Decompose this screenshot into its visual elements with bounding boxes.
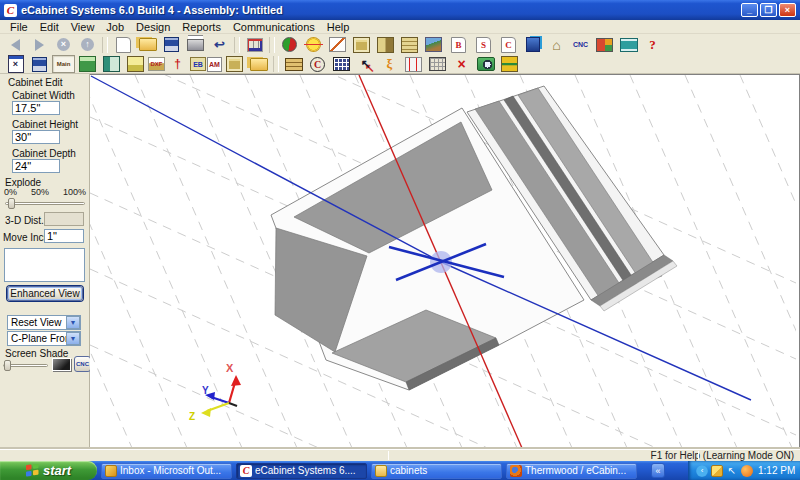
viewport[interactable]: X Y Z	[90, 74, 800, 449]
workbench-button[interactable]	[124, 55, 147, 73]
start-button[interactable]: start	[0, 461, 97, 480]
mail-icon[interactable]	[711, 465, 723, 477]
cabinet-closed-button[interactable]	[350, 36, 373, 54]
cabinet-depth-input[interactable]	[12, 159, 60, 173]
saw-button[interactable]: C	[306, 55, 329, 73]
ecabinet-icon: C	[240, 465, 252, 477]
home-design-button[interactable]: ⌂	[545, 36, 568, 54]
grid-dark-button[interactable]	[426, 55, 449, 73]
coil-button[interactable]: ξ	[378, 55, 401, 73]
menu-help[interactable]: Help	[321, 21, 356, 33]
windows-flag-icon	[26, 464, 39, 477]
stop-button[interactable]	[52, 36, 75, 54]
toolbar-separator	[273, 56, 279, 72]
new-file-button[interactable]	[116, 37, 131, 53]
cnc-output-button[interactable]: CNC	[569, 36, 592, 54]
screen-shade-thumb[interactable]	[4, 360, 11, 371]
cplane-select[interactable]: C-Plane Front ▼	[7, 331, 81, 346]
view-select[interactable]: Reset View ▼	[7, 315, 81, 330]
close-view-button[interactable]	[4, 55, 27, 73]
pointer-icon[interactable]: ↖	[726, 465, 738, 477]
parts-table-button[interactable]	[498, 55, 521, 73]
status-divider	[388, 451, 389, 460]
hidden-icons-chevron[interactable]: «	[651, 463, 665, 478]
print-button[interactable]	[184, 36, 207, 54]
start-label: start	[43, 463, 71, 478]
report-b-button[interactable]: B	[451, 37, 466, 53]
wood-stack-button[interactable]	[282, 55, 305, 73]
taskbar-item-ecabinet[interactable]: C eCabinet Systems 6....	[236, 463, 367, 479]
main-view-button[interactable]: Main	[52, 55, 75, 73]
save-button[interactable]	[160, 36, 183, 54]
graph-button[interactable]	[326, 36, 349, 54]
clamp-tool-button[interactable]: †	[166, 55, 189, 73]
dxf-export-button[interactable]: DXF	[148, 57, 165, 71]
screen-shade-slider[interactable]	[3, 364, 48, 367]
viewport-canvas[interactable]: X Y Z	[90, 75, 796, 448]
minimize-button[interactable]: _	[741, 3, 758, 17]
cabinet-open-button[interactable]	[374, 36, 397, 54]
camera-button[interactable]	[474, 55, 497, 73]
menu-communications[interactable]: Communications	[227, 21, 321, 33]
explode-slider[interactable]	[5, 202, 85, 205]
back-button[interactable]	[4, 36, 27, 54]
open-file-button[interactable]	[136, 36, 159, 54]
taskbar-item-thermwood[interactable]: Thermwood / eCabin...	[506, 463, 637, 479]
scene-button[interactable]	[422, 36, 445, 54]
toolbar-separator	[269, 37, 275, 53]
help-button[interactable]: ?	[641, 36, 664, 54]
cabinet-brown-button[interactable]	[223, 55, 246, 73]
point-move-button[interactable]: ↖	[354, 55, 377, 73]
taskbar-item-cabinets[interactable]: cabinets	[371, 463, 502, 479]
eb-cabinet-button[interactable]: EB	[190, 57, 206, 71]
refresh-button[interactable]	[76, 36, 99, 54]
cabinet-folder-button[interactable]	[247, 55, 270, 73]
menu-view[interactable]: View	[65, 21, 101, 33]
cabinet-teal-button[interactable]	[100, 55, 123, 73]
cabinet-drawers-button[interactable]	[398, 36, 421, 54]
hardware-button[interactable]	[521, 36, 544, 54]
material-sphere-button[interactable]	[278, 36, 301, 54]
save-layout-button[interactable]	[28, 55, 51, 73]
content-area: Cabinet Edit Cabinet Width Cabinet Heigh…	[0, 74, 800, 449]
cabinet-height-input[interactable]	[12, 130, 60, 144]
menu-reports[interactable]: Reports	[176, 21, 227, 33]
chevron-down-icon[interactable]: ▼	[66, 316, 80, 329]
undo-button[interactable]: ↩	[208, 36, 231, 54]
toolbar-row-1: ↩BSC⌂CNC?	[0, 34, 800, 55]
messenger-icon[interactable]: ‹	[696, 465, 708, 477]
cnc-button[interactable]: CNC	[74, 356, 91, 372]
am-report-button[interactable]: AM	[207, 57, 222, 72]
delete-button[interactable]: ×	[450, 55, 473, 73]
enhanced-view-button[interactable]: Enhanced View	[7, 286, 83, 301]
close-button[interactable]: ×	[779, 3, 796, 17]
folder-icon	[375, 465, 387, 477]
browser-icon	[510, 465, 522, 477]
report-c-button[interactable]: C	[501, 37, 516, 53]
cabinet-green-button[interactable]	[76, 55, 99, 73]
display-settings-button[interactable]	[243, 36, 266, 54]
restore-button[interactable]: ❐	[760, 3, 777, 17]
report-s-button[interactable]: S	[476, 37, 491, 53]
menu-edit[interactable]: Edit	[34, 21, 65, 33]
grid-guides-button[interactable]	[402, 55, 425, 73]
forward-button[interactable]	[28, 36, 51, 54]
status-bar: F1 for Help (Learning Mode ON)	[0, 449, 800, 461]
menu-design[interactable]: Design	[130, 21, 176, 33]
update-icon[interactable]	[741, 465, 753, 477]
animation-button[interactable]	[617, 36, 640, 54]
parts-listbox[interactable]	[4, 248, 85, 282]
taskbar-item-inbox[interactable]: Inbox - Microsoft Out...	[101, 463, 232, 479]
layout-grid-button[interactable]	[593, 36, 616, 54]
chevron-down-icon[interactable]: ▼	[66, 332, 80, 345]
menu-job[interactable]: Job	[100, 21, 130, 33]
taskbar-item-label: cabinets	[390, 465, 427, 476]
taskbar-item-label: Thermwood / eCabin...	[525, 465, 626, 476]
menu-file[interactable]: File	[4, 21, 34, 33]
move-incr-input[interactable]	[44, 229, 84, 243]
calculator-button[interactable]	[330, 55, 353, 73]
snap-axis-button[interactable]	[302, 36, 325, 54]
axis-y-label: Y	[202, 385, 209, 396]
explode-slider-thumb[interactable]	[8, 198, 15, 209]
cabinet-width-input[interactable]	[12, 101, 60, 115]
